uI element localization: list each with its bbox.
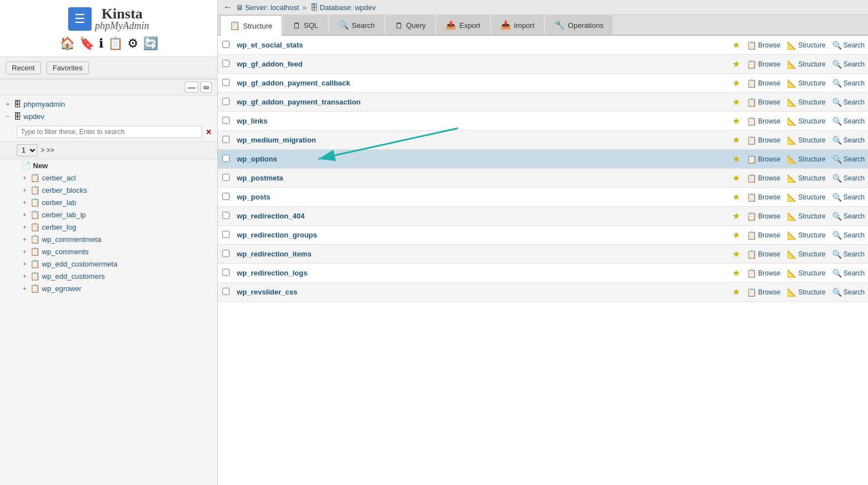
server-link[interactable]: 🖥 Server: localhost (236, 3, 299, 12)
star-icon-10[interactable]: ★ (732, 230, 740, 240)
table-name-1[interactable]: wp_gf_addon_feed (233, 55, 541, 74)
search-btn-0[interactable]: 🔍 Search (832, 41, 865, 50)
structure-btn-6[interactable]: 📐 Structure (787, 155, 826, 164)
row-checkbox-0[interactable] (222, 41, 230, 48)
star-icon-7[interactable]: ★ (732, 173, 740, 183)
row-checkbox-13[interactable] (222, 288, 230, 295)
browse-btn-4[interactable]: 📋 Browse (747, 117, 780, 126)
table-item-wp-edd-customermeta[interactable]: + 📋 wp_edd_customermeta (0, 258, 217, 270)
table-name-8[interactable]: wp_posts (233, 188, 541, 207)
row-checkbox-12[interactable] (222, 269, 230, 276)
expand-wpdev[interactable]: − (4, 113, 11, 120)
star-icon-9[interactable]: ★ (732, 211, 740, 221)
expand-wp-egrower[interactable]: + (21, 285, 28, 292)
home-icon[interactable]: 🏠 (60, 36, 75, 51)
page-select[interactable]: 1 (17, 144, 37, 156)
collapse-icon[interactable]: — (185, 82, 198, 93)
row-checkbox-4[interactable] (222, 117, 230, 124)
browse-btn-7[interactable]: 📋 Browse (747, 174, 780, 183)
expand-wp-edd-customermeta[interactable]: + (21, 260, 28, 267)
table-item-cerber-blocks[interactable]: + 📋 cerber_blocks (0, 184, 217, 196)
structure-btn-8[interactable]: 📐 Structure (787, 193, 826, 202)
filter-clear-btn[interactable]: ✕ (206, 128, 212, 136)
settings-icon[interactable]: ⚙ (127, 36, 139, 51)
structure-btn-7[interactable]: 📐 Structure (787, 174, 826, 183)
row-checkbox-6[interactable] (222, 155, 230, 162)
star-icon-8[interactable]: ★ (732, 192, 740, 202)
expand-wp-edd-customers[interactable]: + (21, 273, 28, 279)
favorites-tab[interactable]: Favorites (46, 61, 88, 74)
row-checkbox-10[interactable] (222, 231, 230, 238)
browse-btn-6[interactable]: 📋 Browse (747, 155, 780, 164)
star-icon-0[interactable]: ★ (732, 40, 740, 50)
row-checkbox-11[interactable] (222, 250, 230, 257)
expand-cerber-lab[interactable]: + (21, 199, 28, 206)
expand-phpmyadmin[interactable]: + (4, 101, 11, 107)
star-icon-4[interactable]: ★ (732, 116, 740, 126)
new-table-item[interactable]: 📄 New (0, 159, 217, 172)
table-item-cerber-log[interactable]: + 📋 cerber_log (0, 221, 217, 233)
table-name-4[interactable]: wp_links (233, 112, 541, 131)
search-btn-6[interactable]: 🔍 Search (832, 155, 865, 164)
table-item-cerber-acl[interactable]: + 📋 cerber_acl (0, 172, 217, 184)
star-icon-6[interactable]: ★ (732, 154, 740, 164)
tab-search[interactable]: 🔍 Search (329, 15, 384, 35)
search-btn-10[interactable]: 🔍 Search (832, 231, 865, 240)
refresh-icon[interactable]: 🔄 (143, 36, 158, 51)
page-nav[interactable]: > >> (41, 146, 54, 154)
expand-cerber-acl[interactable]: + (21, 174, 28, 181)
tab-import[interactable]: 📥 Import (491, 15, 544, 35)
search-btn-13[interactable]: 🔍 Search (832, 288, 865, 297)
search-btn-5[interactable]: 🔍 Search (832, 136, 865, 145)
search-btn-2[interactable]: 🔍 Search (832, 79, 865, 88)
browse-btn-9[interactable]: 📋 Browse (747, 212, 780, 221)
structure-btn-1[interactable]: 📐 Structure (787, 60, 826, 69)
table-name-12[interactable]: wp_redirection_logs (233, 264, 541, 283)
clipboard-icon[interactable]: 📋 (108, 36, 123, 51)
browse-btn-3[interactable]: 📋 Browse (747, 98, 780, 107)
table-name-5[interactable]: wp_medium_migration (233, 131, 541, 150)
browse-btn-5[interactable]: 📋 Browse (747, 136, 780, 145)
row-checkbox-5[interactable] (222, 136, 230, 143)
table-name-0[interactable]: wp_et_social_stats (233, 36, 541, 55)
row-checkbox-9[interactable] (222, 212, 230, 219)
tab-export[interactable]: 📤 Export (436, 15, 490, 35)
star-icon-2[interactable]: ★ (732, 78, 740, 88)
star-icon-12[interactable]: ★ (732, 268, 740, 278)
star-icon-1[interactable]: ★ (732, 59, 740, 69)
db-item-phpmyadmin[interactable]: + 🗄 phpmyadmin (0, 98, 217, 110)
star-icon-13[interactable]: ★ (732, 287, 740, 297)
row-checkbox-8[interactable] (222, 193, 230, 200)
table-name-9[interactable]: wp_redirection_404 (233, 207, 541, 226)
table-item-wp-egrower[interactable]: + 📋 wp_egrower (0, 282, 217, 294)
structure-btn-4[interactable]: 📐 Structure (787, 117, 826, 126)
table-item-wp-comments[interactable]: + 📋 wp_comments (0, 245, 217, 258)
table-item-cerber-lab-ip[interactable]: + 📋 cerber_lab_ip (0, 208, 217, 221)
bookmark-icon[interactable]: 🔖 (79, 36, 94, 51)
search-btn-3[interactable]: 🔍 Search (832, 98, 865, 107)
search-btn-7[interactable]: 🔍 Search (832, 174, 865, 183)
search-btn-4[interactable]: 🔍 Search (832, 117, 865, 126)
search-btn-8[interactable]: 🔍 Search (832, 193, 865, 202)
tab-sql[interactable]: 🗒 SQL (283, 15, 328, 35)
table-item-wp-edd-customers[interactable]: + 📋 wp_edd_customers (0, 270, 217, 282)
tab-structure[interactable]: 📋 Structure (220, 15, 282, 36)
row-checkbox-1[interactable] (222, 60, 230, 67)
table-name-3[interactable]: wp_gf_addon_payment_transaction (233, 93, 541, 112)
search-btn-12[interactable]: 🔍 Search (832, 269, 865, 278)
db-item-wpdev[interactable]: − 🗄 wpdev (0, 110, 217, 122)
star-icon-5[interactable]: ★ (732, 135, 740, 145)
browse-btn-2[interactable]: 📋 Browse (747, 79, 780, 88)
table-name-2[interactable]: wp_gf_addon_payment_callback (233, 74, 541, 93)
table-name-7[interactable]: wp_postmeta (233, 169, 541, 188)
table-name-13[interactable]: wp_revslider_css (233, 283, 541, 302)
row-checkbox-2[interactable] (222, 79, 230, 86)
browse-btn-10[interactable]: 📋 Browse (747, 231, 780, 240)
browse-btn-11[interactable]: 📋 Browse (747, 250, 780, 259)
structure-btn-12[interactable]: 📐 Structure (787, 269, 826, 278)
browse-btn-12[interactable]: 📋 Browse (747, 269, 780, 278)
structure-btn-13[interactable]: 📐 Structure (787, 288, 826, 297)
browse-btn-13[interactable]: 📋 Browse (747, 288, 780, 297)
expand-cerber-log[interactable]: + (21, 224, 28, 230)
table-name-10[interactable]: wp_redirection_groups (233, 226, 541, 245)
